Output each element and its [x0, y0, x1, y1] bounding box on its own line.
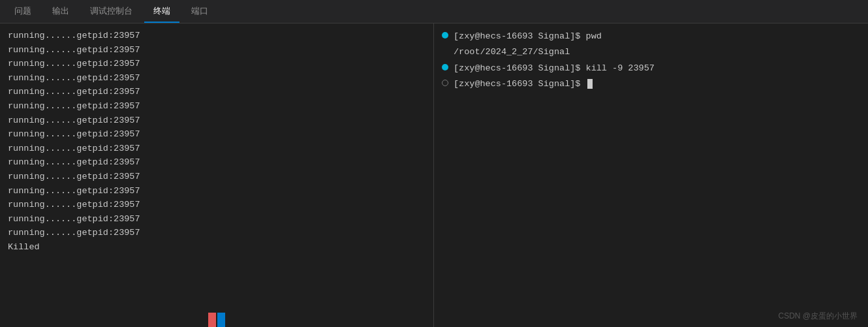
tab-output[interactable]: 输出 [43, 0, 78, 23]
dot-indicator-empty [442, 80, 448, 86]
terminal-output-line: running......getpid:23957 [8, 71, 426, 86]
terminal-output-line: running......getpid:23957 [8, 212, 426, 226]
terminal-output-line: running......getpid:23957 [8, 99, 426, 114]
tab-terminal[interactable]: 终端 [144, 0, 179, 23]
terminal-output-line: running......getpid:23957 [8, 127, 426, 142]
terminal-cmd-line-1: [zxy@hecs-16693 Signal]$ pwd [442, 29, 860, 44]
killed-line: Killed [8, 240, 426, 255]
terminal-cmd-line-2: [zxy@hecs-16693 Signal]$ kill -9 23957 [442, 61, 860, 76]
terminal-output-line: running......getpid:23957 [8, 198, 426, 212]
watermark: CSDN @皮蛋的小世界 [778, 311, 858, 322]
red-bar [208, 313, 216, 327]
prompt-text: [zxy@hecs-16693 Signal]$ pwd [454, 29, 602, 44]
prompt-text: [zxy@hecs-16693 Signal]$ [454, 76, 593, 92]
dot-indicator [442, 64, 448, 70]
terminal-cmd-line-3: [zxy@hecs-16693 Signal]$ [442, 76, 860, 92]
terminal-output-line: running......getpid:23957 [8, 114, 426, 128]
prompt-text: [zxy@hecs-16693 Signal]$ kill -9 23957 [454, 61, 655, 76]
left-terminal-panel[interactable]: running......getpid:23957 running......g… [0, 23, 434, 327]
path-output: /root/2024_2_27/Signal [442, 44, 860, 60]
terminal-output-line: running......getpid:23957 [8, 43, 426, 57]
right-terminal-panel[interactable]: [zxy@hecs-16693 Signal]$ pwd /root/2024_… [434, 23, 868, 327]
dot-indicator [442, 32, 448, 39]
color-bars [208, 313, 225, 327]
terminal-output-line: running......getpid:23957 [8, 226, 426, 240]
tab-ports[interactable]: 端口 [182, 0, 217, 23]
tab-issues[interactable]: 问题 [5, 0, 40, 23]
terminal-output-line: running......getpid:23957 [8, 170, 426, 184]
terminal-output-line: running......getpid:23957 [8, 29, 426, 43]
blue-bar [217, 313, 225, 327]
terminal-output-line: running......getpid:23957 [8, 184, 426, 198]
terminal-output-line: running......getpid:23957 [8, 85, 426, 99]
tab-bar: 问题 输出 调试控制台 终端 端口 [0, 0, 868, 23]
terminal-output-line: running......getpid:23957 [8, 142, 426, 156]
main-content: running......getpid:23957 running......g… [0, 23, 868, 327]
terminal-output-line: running......getpid:23957 [8, 57, 426, 71]
tab-debug-console[interactable]: 调试控制台 [81, 0, 142, 23]
terminal-output-line: running......getpid:23957 [8, 155, 426, 170]
terminal-cursor [587, 79, 593, 89]
